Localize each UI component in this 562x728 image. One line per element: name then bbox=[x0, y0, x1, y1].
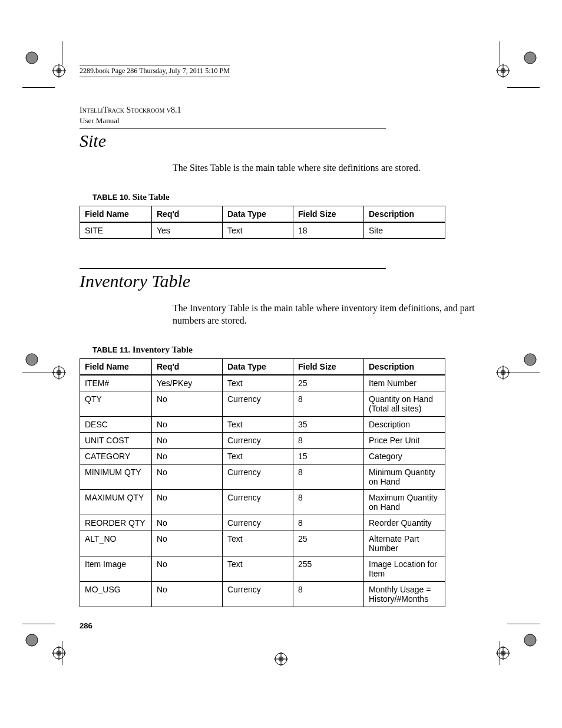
th-field-name: Field Name bbox=[80, 206, 152, 222]
table-row: ITEM#Yes/PKeyText25Item Number bbox=[80, 375, 445, 391]
cell-description: Alternate Part Number bbox=[364, 531, 445, 556]
cell-reqd: No bbox=[152, 531, 223, 556]
registration-mark-icon bbox=[496, 646, 510, 660]
cell-data-type: Currency bbox=[223, 581, 293, 607]
page-content: 2289.book Page 286 Thursday, July 7, 201… bbox=[0, 0, 562, 630]
cell-field-size: 8 bbox=[293, 581, 364, 607]
th-field-name: Field Name bbox=[80, 358, 152, 375]
th-reqd: Req'd bbox=[152, 206, 223, 222]
cell-data-type: Currency bbox=[223, 391, 293, 416]
table-header-row: Field Name Req'd Data Type Field Size De… bbox=[80, 206, 445, 222]
cell-field-size: 8 bbox=[293, 515, 364, 531]
table-row: UNIT COSTNoCurrency8Price Per Unit bbox=[80, 432, 445, 448]
th-data-type: Data Type bbox=[223, 358, 293, 375]
cell-reqd: No bbox=[152, 515, 223, 531]
th-description: Description bbox=[364, 358, 445, 375]
th-field-size: Field Size bbox=[293, 358, 364, 375]
cell-data-type: Text bbox=[223, 556, 293, 581]
cell-field-name: CATEGORY bbox=[80, 448, 152, 464]
cell-description: Reorder Quan­tity bbox=[364, 515, 445, 531]
cell-field-size: 18 bbox=[293, 222, 364, 239]
cell-data-type: Text bbox=[223, 531, 293, 556]
cell-description: Maximum Quan­tity on Hand bbox=[364, 489, 445, 515]
cell-data-type: Currency bbox=[223, 432, 293, 448]
th-description: Description bbox=[364, 206, 445, 222]
table-row: MAXIMUM QTYNoCurrency8Maximum Quan­tity … bbox=[80, 489, 445, 515]
th-field-size: Field Size bbox=[293, 206, 364, 222]
cell-field-size: 35 bbox=[293, 416, 364, 432]
cell-field-name: ALT_NO bbox=[80, 531, 152, 556]
registration-circle-icon bbox=[25, 633, 39, 647]
table10-label: TABLE 10. bbox=[92, 193, 130, 202]
cell-field-name: SITE bbox=[80, 222, 152, 239]
page-number: 286 bbox=[80, 621, 482, 630]
cell-field-size: 25 bbox=[293, 531, 364, 556]
cell-reqd: Yes/PKey bbox=[152, 375, 223, 391]
cell-description: Item Number bbox=[364, 375, 445, 391]
cell-reqd: No bbox=[152, 464, 223, 489]
crop-mark bbox=[62, 641, 62, 665]
section-body-inventory: The Inventory Table is the main table wh… bbox=[173, 302, 482, 327]
cell-data-type: Currency bbox=[223, 515, 293, 531]
cell-description: Image Location for Item bbox=[364, 556, 445, 581]
table-row: SITEYesText18Site bbox=[80, 222, 445, 239]
cell-reqd: No bbox=[152, 448, 223, 464]
table-row: REORDER QTYNoCurrency8Reorder Quan­tity bbox=[80, 515, 445, 531]
registration-circle-icon bbox=[523, 633, 537, 647]
cell-field-name: DESC bbox=[80, 416, 152, 432]
table-row: ALT_NONoText25Alternate Part Number bbox=[80, 531, 445, 556]
table11: Field Name Req'd Data Type Field Size De… bbox=[80, 358, 445, 607]
cell-field-name: QTY bbox=[80, 391, 152, 416]
table-row: MO_USGNoCurrency8Monthly Usage = History… bbox=[80, 581, 445, 607]
table10-caption: TABLE 10. Site Table bbox=[92, 192, 482, 202]
th-reqd: Req'd bbox=[152, 358, 223, 375]
table11-title: Inventory Table bbox=[133, 345, 193, 354]
cell-reqd: No bbox=[152, 581, 223, 607]
cell-field-size: 25 bbox=[293, 375, 364, 391]
rule bbox=[80, 128, 386, 129]
table-row: MINIMUM QTYNoCurrency8Minimum Quan­tity … bbox=[80, 464, 445, 489]
cell-reqd: No bbox=[152, 556, 223, 581]
section-body-site: The Sites Table is the main table where … bbox=[173, 162, 482, 174]
crop-mark bbox=[500, 641, 500, 665]
cell-data-type: Currency bbox=[223, 489, 293, 515]
cell-description: Price Per Unit bbox=[364, 432, 445, 448]
cell-field-size: 255 bbox=[293, 556, 364, 581]
cell-description: Description bbox=[364, 416, 445, 432]
cell-field-name: MO_USG bbox=[80, 581, 152, 607]
cell-field-size: 15 bbox=[293, 448, 364, 464]
cell-field-size: 8 bbox=[293, 489, 364, 515]
table11-caption: TABLE 11. Inventory Table bbox=[92, 345, 482, 355]
cell-reqd: No bbox=[152, 432, 223, 448]
cell-description: Category bbox=[364, 448, 445, 464]
rule bbox=[80, 268, 386, 269]
cell-field-size: 8 bbox=[293, 432, 364, 448]
table-header-row: Field Name Req'd Data Type Field Size De… bbox=[80, 358, 445, 375]
cell-field-size: 8 bbox=[293, 464, 364, 489]
registration-mark-icon bbox=[274, 652, 288, 666]
book-header: 2289.book Page 286 Thursday, July 7, 201… bbox=[80, 65, 482, 77]
section-heading-inventory: Inventory Table bbox=[80, 271, 482, 291]
table-row: CATEGORYNoText15Category bbox=[80, 448, 445, 464]
table-row: Item ImageNoText255Image Location for It… bbox=[80, 556, 445, 581]
doc-title: IntelliTrack Stockroom v8.1 bbox=[80, 106, 482, 115]
cell-reqd: No bbox=[152, 489, 223, 515]
cell-description: Monthly Usage = History/#Months bbox=[364, 581, 445, 607]
cell-data-type: Currency bbox=[223, 464, 293, 489]
cell-data-type: Text bbox=[223, 416, 293, 432]
table10: Field Name Req'd Data Type Field Size De… bbox=[80, 206, 445, 239]
cell-field-name: UNIT COST bbox=[80, 432, 152, 448]
cell-description: Minimum Quan­tity on Hand bbox=[364, 464, 445, 489]
cell-reqd: Yes bbox=[152, 222, 223, 239]
cell-description: Site bbox=[364, 222, 445, 239]
th-data-type: Data Type bbox=[223, 206, 293, 222]
book-header-text: 2289.book Page 286 Thursday, July 7, 201… bbox=[80, 65, 230, 77]
cell-field-name: MAXIMUM QTY bbox=[80, 489, 152, 515]
registration-mark-icon bbox=[52, 646, 66, 660]
section-heading-site: Site bbox=[80, 131, 482, 151]
table-row: QTYNoCurrency8Quantity on Hand (Total al… bbox=[80, 391, 445, 416]
table-row: DESCNoText35Description bbox=[80, 416, 445, 432]
cell-description: Quantity on Hand (Total all sites) bbox=[364, 391, 445, 416]
cell-field-name: Item Image bbox=[80, 556, 152, 581]
cell-field-name: ITEM# bbox=[80, 375, 152, 391]
